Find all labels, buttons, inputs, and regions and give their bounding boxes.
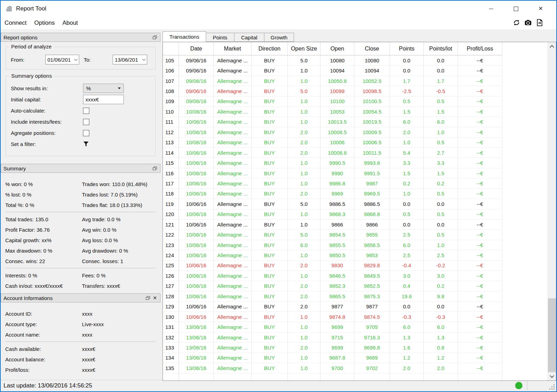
minimize-button[interactable] bbox=[483, 3, 499, 15]
float-panel-icon[interactable] bbox=[152, 34, 158, 40]
table-row[interactable]: 11010/06/16Allemagne ...BUY1.01005310054… bbox=[163, 107, 548, 117]
cell: 0.5 bbox=[424, 138, 458, 148]
column-header-profit-loss[interactable]: Profit/Loss bbox=[458, 42, 502, 55]
close-panel-icon[interactable]: ✕ bbox=[152, 295, 158, 301]
tab-transactions[interactable]: Transactions bbox=[163, 31, 206, 42]
table-row[interactable]: 12710/06/16Allemagne ...BUY2.09852.39852… bbox=[163, 281, 548, 291]
account-row-text: xxxx€ bbox=[82, 367, 95, 373]
column-header-points[interactable]: Points bbox=[390, 42, 424, 55]
column-header-open[interactable]: Open bbox=[321, 42, 354, 55]
tab-capital[interactable]: Capital bbox=[234, 33, 264, 42]
maximize-button[interactable] bbox=[508, 3, 524, 15]
close-button[interactable]: ✕ bbox=[533, 3, 549, 15]
table-row[interactable]: 11210/06/16Allemagne ...BUY2.010008.5100… bbox=[163, 127, 548, 137]
cell bbox=[251, 374, 288, 381]
refresh-button[interactable] bbox=[512, 18, 521, 27]
cell: 9886.5 bbox=[321, 199, 354, 209]
scrollbar-thumb[interactable] bbox=[548, 298, 556, 372]
filter-button[interactable] bbox=[83, 141, 89, 147]
export-button[interactable] bbox=[535, 18, 544, 27]
cell: 10006.5 bbox=[354, 138, 390, 148]
cell-filler bbox=[502, 97, 548, 107]
table-row[interactable]: 13313/06/16Allemagne ...BUY2.096999699.8… bbox=[163, 343, 548, 353]
table-row[interactable]: 13513/06/16Allemagne ...BUY1.0970097022.… bbox=[163, 363, 548, 373]
float-panel-icon[interactable] bbox=[145, 295, 151, 301]
column-header-close[interactable]: Close bbox=[354, 42, 390, 55]
cell: 0.2 bbox=[390, 178, 424, 189]
table-row[interactable]: 10709/06/16Allemagne ...BUY1.010050.8100… bbox=[163, 76, 548, 86]
cell: --€ bbox=[458, 220, 502, 230]
cell: --€ bbox=[458, 291, 502, 301]
table-row[interactable]: 11710/06/16Allemagne ...BUY1.09986.89987… bbox=[163, 178, 548, 189]
table-row[interactable]: 12910/06/16Allemagne ...BUY2.0987798770.… bbox=[163, 302, 548, 312]
table-row[interactable]: 13213/06/16Allemagne ...BUY1.097159716.3… bbox=[163, 332, 548, 343]
table-row[interactable]: 12410/06/16Allemagne ...BUY1.09850.59853… bbox=[163, 250, 548, 260]
report-options-body: Period of analyze From: 01/06/201 To: 13… bbox=[1, 42, 160, 160]
cell: --€ bbox=[458, 332, 502, 343]
menu-options[interactable]: Options bbox=[30, 17, 59, 29]
table-row[interactable]: 13413/06/16Allemagne ...BUY1.09687.89689… bbox=[163, 353, 548, 363]
table-row[interactable]: 11910/06/16Allemagne ...BUY5.09886.59886… bbox=[163, 199, 548, 209]
column-header-open-size[interactable]: Open Size bbox=[288, 42, 321, 55]
table-row[interactable]: 13010/06/16Allemagne ...BUY1.09874.89874… bbox=[163, 312, 548, 322]
cell bbox=[458, 374, 502, 381]
cell: Allemagne ... bbox=[214, 302, 251, 312]
account-row: Account balance:xxxx€ bbox=[5, 354, 156, 364]
scroll-down-button[interactable] bbox=[548, 372, 556, 381]
cell: 1.0 bbox=[288, 312, 321, 322]
column-header-market[interactable]: Market bbox=[214, 42, 251, 55]
table-row[interactable]: 12210/06/16Allemagne ...BUY5.09854.59855… bbox=[163, 230, 548, 240]
float-panel-icon[interactable] bbox=[152, 166, 158, 171]
table-row[interactable]: 12010/06/16Allemagne ...BUY1.09868.39868… bbox=[163, 209, 548, 220]
table-row[interactable]: 10909/06/16Allemagne ...BUY1.01010010100… bbox=[163, 97, 548, 107]
table-row[interactable]: 10509/06/16Allemagne ...BUY5.01008010080… bbox=[163, 55, 548, 66]
column-header-date[interactable]: Date bbox=[179, 42, 214, 55]
table-row[interactable]: 11310/06/16Allemagne ...BUY2.01000610006… bbox=[163, 138, 548, 148]
account-info-header[interactable]: Account Informations ✕ bbox=[1, 293, 160, 302]
table-row[interactable]: 12310/06/16Allemagne ...BUY6.09855.59856… bbox=[163, 240, 548, 250]
table-row[interactable]: 12810/06/16Allemagne ...BUY2.09865.59875… bbox=[163, 291, 548, 301]
table-row[interactable]: 11410/06/16Allemagne ...BUY2.010008.8100… bbox=[163, 148, 548, 158]
camera-icon bbox=[524, 19, 532, 26]
column-header-rownum[interactable] bbox=[163, 42, 179, 55]
summary-row-group: Interests: 0 %Fees: 0 %Cash in/out: xxxx… bbox=[5, 268, 156, 293]
table-row[interactable]: 12610/06/16Allemagne ...BUY1.09846.59849… bbox=[163, 271, 548, 281]
to-date-combobox[interactable]: 13/06/201 bbox=[113, 55, 147, 64]
from-date-combobox[interactable]: 01/06/201 bbox=[45, 55, 79, 64]
report-options-header[interactable]: Report options bbox=[1, 33, 160, 42]
screenshot-button[interactable] bbox=[524, 18, 532, 27]
table-row[interactable]: 10609/06/16Allemagne ...BUY1.01009410094… bbox=[163, 66, 548, 76]
summary-row: % lost: 0 %Trades lost: 7.0 (5.19%) bbox=[5, 189, 156, 200]
titlebar[interactable]: Report Tool ✕ bbox=[1, 1, 556, 16]
scroll-up-button[interactable] bbox=[548, 42, 556, 51]
table-row[interactable]: 11610/06/16Allemagne ...BUY1.099909991.5… bbox=[163, 168, 548, 178]
include-fees-checkbox[interactable] bbox=[83, 119, 89, 125]
initial-capital-input[interactable]: xxxx€ bbox=[83, 95, 124, 104]
cell: -2.5 bbox=[390, 86, 424, 96]
table-row[interactable]: 11510/06/16Allemagne ...BUY1.09990.59993… bbox=[163, 158, 548, 168]
cell: 1.0 bbox=[288, 178, 321, 189]
table-row[interactable]: 11110/06/16Allemagne ...BUY1.010013.5100… bbox=[163, 117, 548, 127]
cell: --€ bbox=[458, 138, 502, 148]
menu-connect[interactable]: Connect bbox=[1, 17, 30, 29]
tab-growth[interactable]: Growth bbox=[264, 33, 294, 42]
menu-about[interactable]: About bbox=[59, 17, 82, 29]
table-row[interactable]: 13113/06/16Allemagne ...BUY1.0969997056.… bbox=[163, 322, 548, 332]
table-row[interactable]: 12510/06/16Allemagne ...BUY2.098309829.8… bbox=[163, 261, 548, 271]
resize-grip-icon[interactable] bbox=[554, 389, 555, 390]
table-row[interactable]: 10809/06/16Allemagne ...BUY5.01009910098… bbox=[163, 86, 548, 96]
agregate-positions-checkbox[interactable] bbox=[83, 130, 89, 136]
show-results-combobox[interactable]: % bbox=[83, 84, 124, 93]
table-row[interactable]: 11810/06/16Allemagne ...BUY2.099699969.5… bbox=[163, 189, 548, 199]
cell: 1.0 bbox=[288, 158, 321, 168]
summary-header[interactable]: Summary bbox=[1, 164, 160, 173]
cell-filler bbox=[502, 189, 548, 199]
auto-calculate-checkbox[interactable] bbox=[83, 108, 89, 114]
column-header-points-lot[interactable]: Points/lot bbox=[424, 42, 458, 55]
tab-points[interactable]: Points bbox=[206, 33, 234, 42]
account-row-group: Cash available:xxxx€Account balance:xxxx… bbox=[5, 341, 156, 377]
table-row[interactable]: 12110/06/16Allemagne ...BUY1.0986698660.… bbox=[163, 220, 548, 230]
vertical-scrollbar[interactable] bbox=[548, 42, 556, 381]
cell: --€ bbox=[458, 117, 502, 127]
column-header-direction[interactable]: Direction bbox=[251, 42, 288, 55]
